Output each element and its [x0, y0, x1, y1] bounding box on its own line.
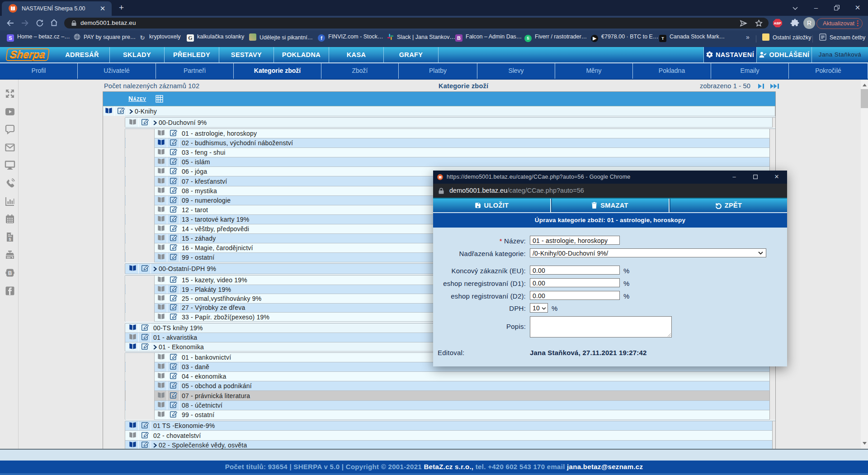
svg-text:ABP: ABP: [774, 21, 781, 25]
svg-text:$: $: [9, 237, 11, 241]
svg-text:B: B: [8, 270, 12, 276]
